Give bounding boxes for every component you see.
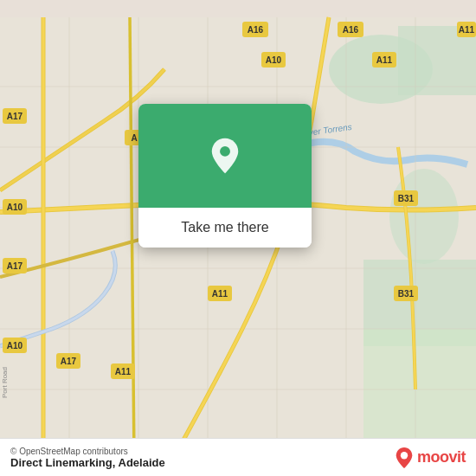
svg-text:A11: A11 [115,367,132,376]
svg-text:A10: A10 [7,341,23,351]
popup-green-header [138,104,312,208]
moovit-brand-label: moovit [417,448,466,466]
svg-text:B31: B31 [398,289,415,299]
svg-text:Port Road: Port Road [1,367,9,398]
take-me-there-button[interactable]: Take me there [152,216,298,239]
bottom-bar: © OpenStreetMap contributors Direct Line… [0,438,476,476]
svg-text:A17: A17 [61,357,77,366]
popup-button-area: Take me there [138,208,312,248]
popup-card: Take me there [138,104,312,248]
svg-text:A17: A17 [7,261,23,271]
svg-text:A11: A11 [212,289,228,299]
svg-text:A11: A11 [376,55,393,65]
svg-text:A17: A17 [7,112,23,121]
svg-text:A11: A11 [459,25,475,35]
moovit-pin-icon [395,447,414,469]
moovit-logo[interactable]: moovit [395,447,466,469]
svg-text:A16: A16 [343,25,359,35]
svg-point-4 [389,169,459,264]
svg-point-50 [220,146,230,157]
svg-text:A10: A10 [7,203,23,212]
bottom-left-info: © OpenStreetMap contributors Direct Line… [10,447,165,469]
svg-text:A: A [131,133,137,143]
svg-text:A10: A10 [266,55,282,65]
svg-point-51 [401,452,408,459]
location-pin-icon [206,137,244,175]
svg-text:B31: B31 [398,194,415,203]
osm-attribution: © OpenStreetMap contributors [10,447,165,456]
location-name-label: Direct Linemarking, Adelaide [10,456,165,469]
svg-text:A16: A16 [248,25,264,35]
map-container: A16 A16 A11 A10 A11 A17 A10 A17 A10 A17 … [0,0,476,476]
